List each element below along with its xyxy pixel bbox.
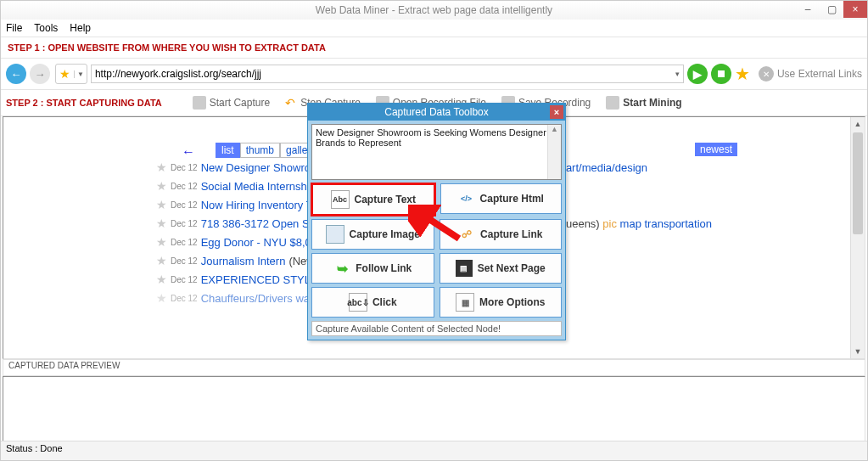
popup-title: Captured Data Toolbox bbox=[384, 106, 489, 118]
back-button[interactable]: ← bbox=[6, 64, 26, 84]
capture-icon bbox=[193, 96, 206, 110]
vertical-scrollbar[interactable]: ▲ ▼ bbox=[850, 117, 865, 358]
start-mining-button[interactable]: Start Mining bbox=[601, 94, 686, 111]
star-icon: ★ bbox=[156, 273, 167, 286]
sort-newest[interactable]: newest bbox=[695, 143, 737, 156]
minimize-button[interactable]: – bbox=[796, 1, 820, 18]
back-arrow-link[interactable]: ← bbox=[182, 144, 195, 160]
menu-bar: File Tools Help bbox=[1, 20, 867, 37]
menu-tools[interactable]: Tools bbox=[34, 22, 58, 34]
popup-status: Capture Available Content of Selected No… bbox=[311, 321, 562, 336]
scrollbar-thumb[interactable] bbox=[853, 132, 863, 234]
captured-text-area[interactable]: New Designer Showroom is Seeking Womens … bbox=[311, 124, 562, 180]
more-icon: ▦ bbox=[456, 293, 474, 312]
star-icon: ★ bbox=[156, 291, 167, 305]
star-icon: ★ bbox=[156, 235, 167, 249]
star-icon: ★ bbox=[156, 216, 167, 230]
url-dropdown-icon[interactable]: ▾ bbox=[675, 70, 680, 78]
star-icon: ★ bbox=[156, 160, 167, 174]
svg-line-0 bbox=[420, 213, 459, 239]
popup-close-button[interactable]: × bbox=[550, 105, 563, 119]
menu-help[interactable]: Help bbox=[70, 22, 91, 34]
image-icon bbox=[326, 225, 344, 244]
app-title: Web Data Miner - Extract web page data i… bbox=[316, 4, 552, 16]
chevron-down-icon: ▼ bbox=[74, 70, 87, 78]
app-window: Web Data Miner - Extract web page data i… bbox=[0, 0, 868, 461]
mining-icon bbox=[606, 96, 619, 110]
follow-arrow-icon: ➥ bbox=[333, 260, 350, 277]
tab-list[interactable]: list bbox=[216, 143, 240, 158]
captured-data-preview-header: CAPTURED DATA PREVIEW bbox=[3, 359, 865, 376]
more-options-button[interactable]: ▦More Options bbox=[440, 287, 563, 318]
menu-file[interactable]: File bbox=[6, 22, 22, 34]
url-text: http://newyork.craigslist.org/search/jjj bbox=[95, 68, 261, 80]
popup-title-bar[interactable]: Captured Data Toolbox × bbox=[308, 104, 565, 121]
page-icon: ▤ bbox=[456, 260, 473, 277]
annotation-arrow-icon bbox=[408, 205, 468, 247]
title-bar: Web Data Miner - Extract web page data i… bbox=[1, 1, 867, 20]
captured-data-preview bbox=[3, 376, 865, 444]
use-external-links[interactable]: ✕ Use External Links bbox=[759, 66, 862, 82]
start-capture-button[interactable]: Start Capture bbox=[188, 94, 275, 111]
stop-button[interactable] bbox=[711, 64, 731, 84]
ext-links-label: Use External Links bbox=[777, 68, 862, 80]
forward-button[interactable]: → bbox=[30, 64, 50, 84]
status-bar: Status : Done bbox=[1, 441, 867, 460]
star-icon: ★ bbox=[156, 198, 167, 211]
go-button[interactable]: ▶ bbox=[687, 64, 708, 84]
abc-icon: Abc bbox=[331, 190, 350, 209]
star-icon: ★ bbox=[56, 67, 74, 81]
star-icon: ★ bbox=[156, 254, 167, 267]
set-next-page-button[interactable]: ▤Set Next Page bbox=[440, 253, 563, 284]
undo-arrow-icon: ↶ bbox=[285, 96, 295, 110]
maximize-button[interactable]: ▢ bbox=[820, 1, 843, 18]
follow-link-button[interactable]: ➥Follow Link bbox=[311, 253, 434, 284]
cursor-icon: abc⇩ bbox=[349, 293, 367, 312]
scrollbar-down-icon[interactable]: ▼ bbox=[851, 345, 865, 358]
favorite-star-icon[interactable]: ★ bbox=[735, 64, 750, 84]
step2-label: STEP 2 : START CAPTURING DATA bbox=[6, 98, 162, 108]
star-icon: ★ bbox=[156, 179, 167, 193]
nav-bar: ← → ★ ▼ http://newyork.craigslist.org/se… bbox=[1, 59, 867, 90]
step1-label: STEP 1 : OPEN WEBSITE FROM WHERE YOU WIS… bbox=[1, 37, 867, 59]
textarea-scrollbar[interactable]: ▲ bbox=[547, 125, 561, 179]
click-button[interactable]: abc⇩Click bbox=[311, 287, 434, 318]
favorites-button[interactable]: ★ ▼ bbox=[55, 64, 87, 84]
scrollbar-up-icon[interactable]: ▲ bbox=[851, 117, 865, 131]
globe-icon: ✕ bbox=[759, 66, 774, 82]
close-button[interactable]: × bbox=[843, 1, 867, 18]
url-input[interactable]: http://newyork.craigslist.org/search/jjj… bbox=[91, 65, 684, 83]
tab-thumb[interactable]: thumb bbox=[240, 143, 280, 158]
